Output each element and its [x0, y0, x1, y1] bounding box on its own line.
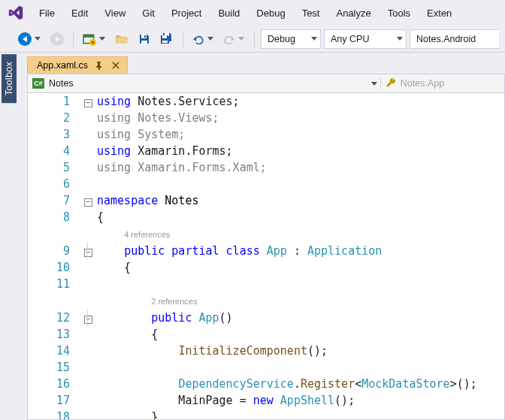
nav-back-button[interactable] [15, 29, 44, 49]
code-line[interactable]: 4 references [94, 225, 504, 243]
code-line[interactable]: namespace Notes [94, 192, 504, 209]
open-file-button[interactable] [112, 29, 132, 49]
fold-gutter[interactable]: − [82, 310, 94, 326]
line-number: 15 [28, 359, 82, 376]
code-line[interactable]: { [94, 209, 504, 225]
menu-bar: FileEditViewGitProjectBuildDebugTestAnal… [0, 0, 505, 26]
nav-scope-label: Notes [49, 78, 74, 89]
line-number: 8 [28, 209, 82, 225]
fold-toggle-icon[interactable]: − [84, 316, 92, 324]
fold-gutter[interactable]: − [82, 192, 94, 209]
navigation-bar: C# Notes Notes.App [27, 74, 505, 93]
toolbar-separator [254, 31, 255, 47]
pin-icon[interactable] [94, 60, 104, 71]
document-tab[interactable]: App.xaml.cs [27, 56, 128, 74]
toolbar-separator [183, 31, 183, 47]
toolbar: Debug Any CPU Notes.Android [0, 26, 505, 53]
menu-item-file[interactable]: File [32, 5, 62, 22]
code-line[interactable]: DependencyService.Register<MockDataStore… [94, 376, 504, 392]
toolbox-tab[interactable]: Toolbox [2, 54, 17, 103]
fold-toggle-icon[interactable]: − [84, 99, 92, 107]
menu-item-view[interactable]: View [97, 5, 133, 22]
new-project-button[interactable] [80, 29, 109, 49]
line-number: 2 [28, 110, 82, 126]
svg-rect-1 [83, 35, 94, 37]
nav-scope-dropdown[interactable]: C# Notes [28, 78, 381, 89]
redo-button[interactable] [220, 29, 248, 49]
code-line[interactable]: { [94, 259, 504, 276]
menu-item-debug[interactable]: Debug [249, 5, 292, 22]
menu-item-build[interactable]: Build [210, 5, 247, 22]
line-number: 17 [28, 392, 82, 409]
svg-rect-5 [144, 35, 146, 38]
fold-toggle-icon[interactable]: − [84, 249, 92, 257]
code-line[interactable]: } [94, 409, 504, 420]
menu-item-edit[interactable]: Edit [64, 5, 95, 22]
code-line[interactable]: { [94, 326, 504, 343]
line-number: 18 [28, 409, 82, 420]
code-line[interactable]: using Notes.Services; [94, 93, 504, 110]
menu-item-git[interactable]: Git [135, 5, 162, 22]
nav-forward-button[interactable] [47, 29, 67, 49]
code-line[interactable]: public App() [94, 310, 504, 326]
code-line[interactable]: using Xamarin.Forms.Xaml; [94, 159, 504, 176]
menu-item-test[interactable]: Test [295, 5, 328, 22]
fold-toggle-icon[interactable]: − [84, 198, 92, 207]
fold-gutter[interactable]: − [82, 93, 94, 110]
menu-item-exten[interactable]: Exten [419, 5, 459, 22]
code-line[interactable]: using Notes.Views; [94, 110, 504, 126]
csharp-badge-icon: C# [32, 78, 44, 89]
line-number: 6 [28, 176, 82, 192]
wrench-icon [386, 77, 396, 90]
line-number: 7 [28, 192, 82, 209]
line-number: 5 [28, 159, 82, 176]
line-number: 1 [28, 93, 82, 110]
fold-gutter[interactable]: − [82, 243, 94, 259]
undo-button[interactable] [189, 29, 217, 49]
code-line[interactable]: public partial class App : Application [94, 243, 504, 259]
nav-member-label: Notes.App [401, 78, 444, 89]
line-number: 9 [28, 243, 82, 259]
menu-item-analyze[interactable]: Analyze [328, 5, 378, 22]
line-number: 11 [28, 276, 82, 292]
line-number: 16 [28, 376, 82, 392]
toolbar-separator [73, 31, 74, 47]
toolbox-rail: Toolbox [0, 53, 18, 420]
code-editor[interactable]: 1−using Notes.Services;2using Notes.View… [27, 93, 505, 420]
svg-rect-7 [162, 35, 167, 38]
code-line[interactable]: InitializeComponent(); [94, 343, 504, 359]
platform-dropdown[interactable]: Any CPU [324, 29, 407, 49]
line-number: 4 [28, 143, 82, 159]
line-number: 14 [28, 343, 82, 359]
code-line[interactable]: using Xamarin.Forms; [94, 143, 504, 159]
tab-filename: App.xaml.cs [37, 60, 88, 71]
svg-rect-8 [162, 41, 168, 43]
line-number: 3 [28, 126, 82, 143]
save-button[interactable] [135, 29, 154, 49]
code-line[interactable]: MainPage = new AppShell(); [94, 392, 504, 409]
startup-project-dropdown[interactable]: Notes.Android [410, 29, 499, 49]
line-number: 13 [28, 326, 82, 343]
save-all-button[interactable] [157, 29, 177, 49]
document-tab-strip: App.xaml.cs [27, 54, 505, 74]
menu-item-project[interactable]: Project [164, 5, 209, 22]
close-icon[interactable] [110, 60, 121, 71]
line-number: 10 [28, 259, 82, 276]
configuration-dropdown[interactable]: Debug [261, 29, 321, 49]
svg-rect-4 [141, 41, 147, 44]
code-line[interactable]: 2 references [94, 292, 504, 310]
nav-member-dropdown[interactable]: Notes.App [381, 77, 504, 90]
code-line[interactable]: using System; [94, 126, 504, 143]
vs-logo-icon [6, 3, 26, 23]
line-number: 12 [28, 310, 82, 326]
menu-item-tools[interactable]: Tools [380, 5, 418, 22]
